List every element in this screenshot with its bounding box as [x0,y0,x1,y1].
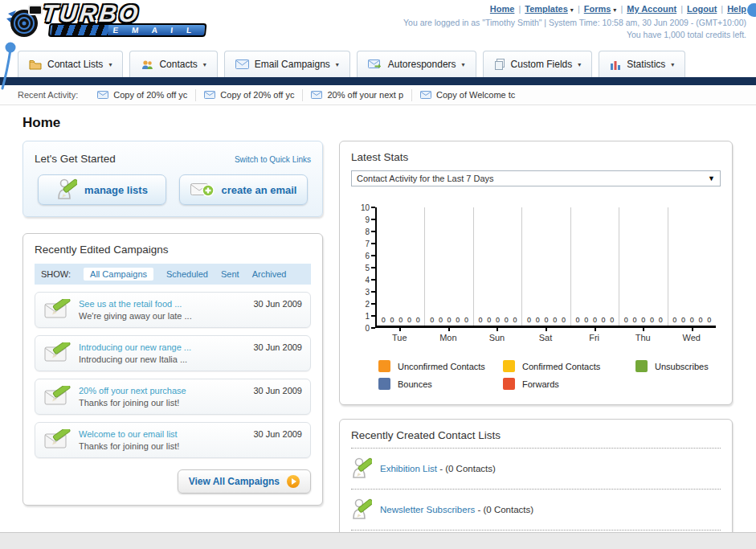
recent-activity-text: 20% off your next p [327,90,403,100]
y-tick-label: 8 [365,227,370,236]
chevron-down-icon: ▾ [336,61,339,68]
recent-activity-item[interactable]: Copy of Welcome tc [411,89,523,101]
get-started-panel: Let's Get Started Switch to Quick Links … [22,141,323,217]
bar-value: 0 [464,316,468,324]
stats-period-select[interactable]: Contact Activity for the Last 7 Days ▼ [351,170,721,186]
nav-link-help[interactable]: Help [727,4,746,14]
bar-value: 0 [633,316,637,324]
bar-value: 0 [593,316,597,324]
bar-value: 0 [672,316,676,324]
pages-icon [494,59,505,70]
campaign-title-link[interactable]: 20% off your next purchase [79,386,245,395]
contact-list-count: - (0 Contacts) [439,464,496,473]
help-bubble-icon[interactable] [747,3,756,17]
button-label: manage lists [84,184,148,196]
chart-day-group: 00000 [425,207,473,326]
contact-list-item[interactable]: Exhibition List - (0 Contacts) [351,455,721,482]
nav-separator: | [518,4,521,14]
bar-value-labels: 00000 [619,316,667,324]
envelope-small-icon [204,91,215,99]
chevron-down-icon: ▾ [108,61,112,68]
bar-value: 0 [447,316,452,324]
tab-autoresponders[interactable]: Autoresponders▾ [357,51,476,77]
person-pencil-icon [56,178,77,201]
bar-value: 0 [659,316,663,324]
contact-list-name-link[interactable]: Exhibition List [380,464,439,473]
campaign-card-body: 20% off your next purchaseThanks for joi… [79,386,245,408]
logo-stripes [51,25,108,35]
filter-scheduled[interactable]: Scheduled [166,269,208,279]
bar-value: 0 [544,316,548,324]
envelope-pencil-icon [43,429,71,450]
envelope-pencil-icon [43,386,71,407]
nav-link-forms[interactable]: Forms [584,4,611,14]
y-tick-label: 3 [365,288,370,297]
filter-sent[interactable]: Sent [221,269,239,279]
recent-activity-bar: Recent Activity: Copy of 20% off ycCopy … [0,85,756,105]
nav-link-home[interactable]: Home [490,4,515,14]
tab-statistics[interactable]: Statistics▾ [599,51,685,77]
latest-stats-panel: Latest Stats Contact Activity for the La… [339,141,733,405]
main-tabbar: Contact Lists▾Contacts▾Email Campaigns▾A… [0,47,756,77]
campaign-filterbar: SHOW: All CampaignsScheduledSentArchived [35,264,311,285]
login-status: You are logged in as "Timothy Smith" | S… [403,17,746,41]
nav-link-my-account[interactable]: My Account [627,4,676,14]
tab-label: Email Campaigns [255,59,330,70]
recent-activity-item[interactable]: Copy of 20% off yc [195,89,302,101]
contact-list-name-link[interactable]: Newsletter Subscribers [380,505,477,514]
header: TURBO E M A I L Home|Templates▾|Forms▾|M… [0,0,756,47]
manage-lists-button[interactable]: manage lists [38,174,166,205]
campaign-card[interactable]: 20% off your next purchaseThanks for joi… [35,379,311,415]
y-tick-label: 9 [365,215,370,224]
campaign-card-body: See us at the retail food ...We're givin… [79,299,245,321]
campaign-card[interactable]: Welcome to our email listThanks for join… [35,422,311,458]
campaign-title-link[interactable]: Welcome to our email list [79,429,245,439]
y-tick-label: 2 [365,300,370,309]
campaign-card[interactable]: See us at the retail food ...We're givin… [35,292,311,328]
bar-value: 0 [707,316,711,324]
bar-value: 0 [439,316,443,324]
nav-link-templates[interactable]: Templates [525,4,568,14]
view-all-campaigns-button[interactable]: View All Campaigns [178,469,311,494]
y-tick-label: 0 [365,324,370,333]
turbo-email-logo: TURBO E M A I L [5,2,207,44]
tab-contacts[interactable]: Contacts▾ [129,51,217,77]
y-tick-label: 5 [365,264,370,272]
chart-legend: Unconfirmed ContactsConfirmed ContactsUn… [378,360,716,390]
recent-activity-item[interactable]: Copy of 20% off yc [89,89,195,101]
app-page: TURBO E M A I L Home|Templates▾|Forms▾|M… [0,0,756,533]
legend-swatch [378,360,390,372]
campaign-title-link[interactable]: See us at the retail food ... [79,299,245,309]
contact-list-item[interactable]: Newsletter Subscribers - (0 Contacts) [351,496,721,523]
bar-value: 0 [390,316,394,324]
bar-value: 0 [553,316,557,324]
logo-subtitle: E M A I L [48,23,207,37]
recent-activity-item[interactable]: 20% off your next p [302,89,411,101]
bar-value: 0 [398,316,403,324]
chart-day-group: 00000 [619,207,668,326]
bar-value: 0 [698,316,702,324]
recent-activity-text: Copy of Welcome tc [436,90,515,100]
contact-list-text: Exhibition List - (0 Contacts) [380,464,496,473]
tab-email-campaigns[interactable]: Email Campaigns▾ [224,51,350,77]
recent-activity-text: Copy of 20% off yc [113,90,187,100]
envelope-small-icon [420,91,431,99]
legend-item-bounces: Bounces [378,378,503,390]
filter-all-campaigns[interactable]: All Campaigns [84,268,153,281]
campaign-title-link[interactable]: Introducing our new range ... [79,342,245,352]
campaign-subtitle: Thanks for joining our list! [79,398,245,408]
campaign-subtitle: Thanks for joining our list! [79,441,245,451]
get-started-buttons: manage listscreate an email [35,174,311,205]
nav-link-logout[interactable]: Logout [687,4,717,14]
create-an-email-button[interactable]: create an email [179,174,308,205]
tab-custom-fields[interactable]: Custom Fields▾ [483,51,593,77]
chart-day-group: 00000 [571,207,619,326]
x-axis-label: Fri [570,328,619,342]
filter-archived[interactable]: Archived [252,269,287,279]
switch-quick-links[interactable]: Switch to Quick Links [235,155,311,164]
bar-value: 0 [430,316,434,324]
tab-contact-lists[interactable]: Contact Lists▾ [18,51,123,77]
page-title: Home [22,115,734,131]
campaign-card[interactable]: Introducing our new range ...Introducing… [35,335,311,371]
bar-value: 0 [584,316,588,324]
